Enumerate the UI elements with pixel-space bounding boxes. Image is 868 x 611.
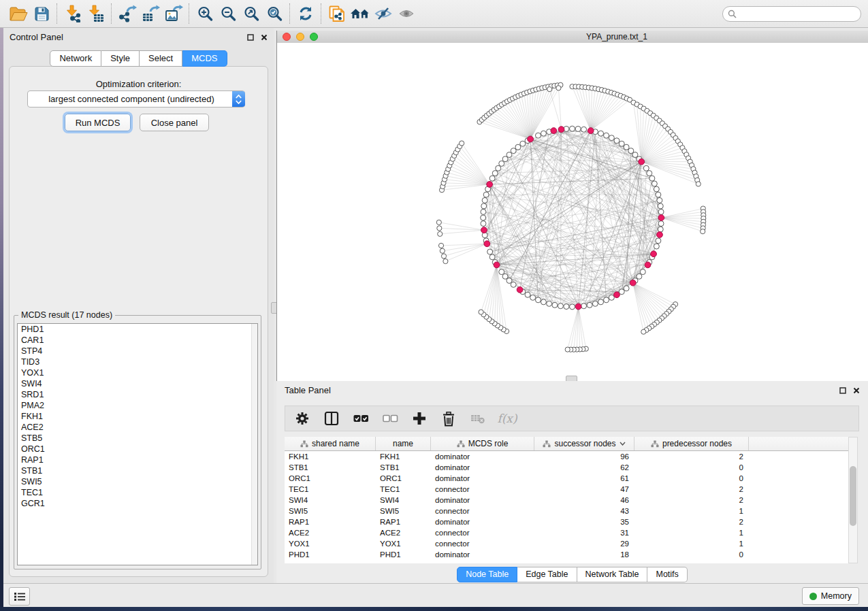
column-header-shared-name[interactable]: shared name (285, 437, 376, 450)
table-row[interactable]: RAP1RAP1dominator352 (285, 516, 848, 527)
network-node[interactable] (575, 126, 581, 131)
network-hub-node[interactable] (558, 127, 564, 133)
network-hub-node[interactable] (658, 215, 664, 221)
copy-network-icon[interactable] (325, 3, 349, 24)
network-hub-node[interactable] (630, 280, 636, 286)
mcds-result-item[interactable]: TID3 (18, 357, 257, 367)
tab-network-table[interactable]: Network Table (577, 567, 648, 582)
export-table-icon[interactable] (139, 3, 162, 24)
network-hub-node[interactable] (528, 136, 534, 142)
float-table-panel-icon[interactable] (839, 386, 846, 394)
network-node[interactable] (604, 297, 609, 303)
network-node[interactable] (552, 302, 558, 308)
table-row[interactable]: SWI5SWI5connector431 (285, 506, 848, 516)
network-hub-node[interactable] (575, 303, 581, 310)
mcds-result-item[interactable]: PHD1 (18, 324, 257, 335)
network-node[interactable] (507, 278, 512, 283)
delete-row-icon[interactable] (440, 410, 457, 427)
table-row[interactable]: ORC1ORC1dominator610 (285, 473, 848, 484)
network-node[interactable] (496, 165, 501, 171)
network-node[interactable] (640, 269, 645, 275)
network-node[interactable] (598, 299, 604, 305)
mcds-result-item[interactable]: SRD1 (18, 389, 257, 400)
network-node[interactable] (558, 303, 563, 309)
network-hub-node[interactable] (494, 262, 500, 268)
tab-network[interactable]: Network (50, 50, 101, 67)
network-window-titlebar[interactable]: YPA_prune.txt_1 (276, 31, 868, 44)
network-node[interactable] (654, 186, 659, 192)
network-leaf-node[interactable] (556, 86, 561, 90)
table-settings-icon[interactable] (293, 410, 311, 427)
tab-style[interactable]: Style (101, 50, 140, 67)
window-minimize-button[interactable] (296, 33, 304, 41)
mcds-result-item[interactable]: STP4 (18, 346, 257, 357)
network-node[interactable] (592, 301, 598, 306)
tab-select[interactable]: Select (140, 50, 182, 67)
network-node[interactable] (647, 171, 652, 176)
network-node[interactable] (489, 254, 495, 260)
network-leaf-node[interactable] (436, 220, 441, 225)
network-node[interactable] (502, 274, 508, 279)
hide-selected-icon[interactable] (372, 3, 395, 24)
network-leaf-node[interactable] (440, 248, 445, 253)
network-hub-node[interactable] (481, 227, 487, 233)
export-image-icon[interactable] (162, 3, 185, 24)
network-hub-node[interactable] (651, 251, 657, 257)
network-hub-node[interactable] (614, 292, 620, 298)
mcds-result-item[interactable]: STB1 (18, 465, 257, 476)
network-node[interactable] (658, 209, 664, 214)
network-node[interactable] (652, 181, 657, 186)
network-node[interactable] (515, 144, 521, 150)
tab-node-table[interactable]: Node Table (457, 567, 517, 582)
network-node[interactable] (658, 221, 664, 227)
tab-edge-table[interactable]: Edge Table (517, 567, 577, 582)
import-network-icon[interactable] (61, 3, 84, 24)
table-row[interactable]: YOX1YOX1connector291 (285, 538, 848, 549)
network-leaf-node[interactable] (565, 347, 570, 352)
mcds-result-item[interactable]: TEC1 (18, 487, 257, 498)
table-scrollbar[interactable] (848, 437, 858, 563)
tab-motifs[interactable]: Motifs (647, 567, 687, 582)
task-history-button[interactable] (9, 587, 30, 606)
network-leaf-node[interactable] (701, 229, 705, 234)
network-leaf-node[interactable] (438, 231, 443, 236)
network-node[interactable] (643, 165, 649, 171)
network-hub-node[interactable] (588, 128, 594, 134)
run-mcds-button[interactable]: Run MCDS (65, 114, 131, 131)
first-neighbors-icon[interactable] (349, 3, 372, 24)
mcds-result-item[interactable]: SWI4 (18, 378, 257, 389)
table-row[interactable]: SWI4SWI4dominator462 (285, 495, 848, 506)
network-leaf-node[interactable] (696, 182, 701, 186)
network-node[interactable] (609, 295, 614, 300)
mcds-result-item[interactable]: RAP1 (18, 455, 257, 465)
network-node[interactable] (492, 171, 498, 176)
network-node[interactable] (619, 141, 624, 146)
network-leaf-node[interactable] (437, 226, 442, 231)
network-node[interactable] (658, 203, 663, 209)
network-node[interactable] (628, 148, 634, 154)
network-node[interactable] (481, 209, 486, 214)
network-leaf-node[interactable] (460, 141, 464, 146)
network-leaf-node[interactable] (441, 254, 446, 259)
network-node[interactable] (609, 135, 614, 141)
network-node[interactable] (632, 152, 638, 158)
network-hub-node[interactable] (551, 128, 557, 134)
save-session-icon[interactable] (30, 3, 53, 24)
search-box[interactable] (722, 6, 861, 22)
network-node[interactable] (649, 176, 655, 181)
add-row-icon[interactable] (411, 410, 428, 427)
network-node[interactable] (541, 299, 546, 305)
network-node[interactable] (487, 249, 493, 254)
mcds-result-item[interactable]: ACE2 (18, 422, 257, 433)
network-node[interactable] (535, 297, 541, 303)
network-node[interactable] (658, 227, 663, 232)
network-node[interactable] (499, 161, 504, 166)
network-node[interactable] (541, 131, 546, 136)
network-node[interactable] (614, 138, 620, 144)
network-node[interactable] (570, 126, 575, 131)
network-node[interactable] (511, 282, 516, 287)
network-node[interactable] (656, 238, 661, 244)
network-node[interactable] (481, 221, 486, 227)
mcds-result-list[interactable]: PHD1CAR1STP4TID3YOX1SWI4SRD1PMA2FKH1ACE2… (17, 323, 258, 565)
close-panel-icon[interactable] (260, 33, 268, 41)
